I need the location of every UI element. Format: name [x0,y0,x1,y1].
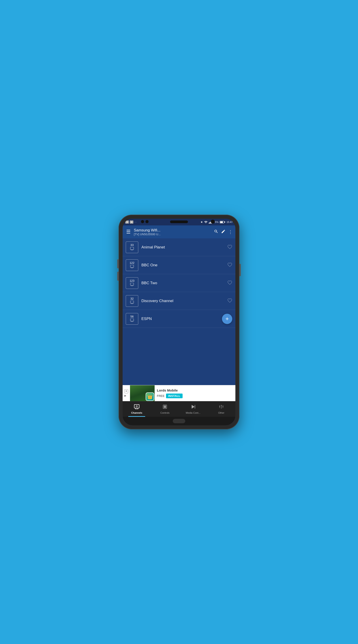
app-bar-title: Samsung Wifi... [134,228,212,232]
svg-point-9 [136,406,137,407]
channel-name-0: Animal Planet [141,245,227,250]
status-right: ★ 75% 15:47 [200,220,233,224]
tv-icon-2 [130,283,134,287]
favorite-heart-1[interactable] [227,262,232,268]
notification-icon-2: ▣ [130,220,133,224]
svg-rect-2 [130,283,134,285]
time-display: 15:47 [226,221,233,224]
tv-icon-1 [130,265,134,269]
ad-close-button[interactable]: ✕ [124,389,128,393]
nav-item-other[interactable]: Other [207,402,235,417]
app-bar-actions: ⋮ [214,229,233,235]
svg-rect-0 [130,247,134,250]
status-left: ▣ ▣ ··· [125,220,137,224]
svg-rect-10 [163,405,167,408]
ad-title: Lords Mobile [157,388,233,392]
ad-controls: ✕ ▶ [123,388,130,398]
hamburger-button[interactable]: ☰ [125,228,132,236]
channel-item-3[interactable]: 32 Discovery Channel [123,292,235,310]
channel-thumbnail-2: 123 [126,277,138,289]
channel-item-1[interactable]: 122 BBC One [123,256,235,274]
favorite-heart-0[interactable] [227,244,232,250]
edit-button[interactable] [221,229,226,235]
channel-thumbnail-0: 33 [126,242,138,253]
channels-icon [134,404,139,410]
add-channel-button[interactable]: + [222,314,232,324]
home-area [123,417,235,425]
nav-label-channels: Channels [131,412,142,414]
ad-image: 👑 [130,385,155,402]
svg-marker-15 [192,405,195,408]
favorite-heart-3[interactable] [227,298,232,304]
svg-rect-3 [130,301,134,303]
svg-rect-13 [164,407,165,408]
svg-rect-4 [130,319,134,321]
home-button[interactable] [173,419,185,423]
phone-screen-wrapper: ▣ ▣ ··· ★ 75% 1 [123,219,235,425]
channel-thumbnail-1: 122 [126,260,138,271]
tv-icon-3 [130,301,134,305]
phone-camera [211,220,215,224]
channel-number-2: 123 [130,279,135,282]
ad-cta-row: FREE INSTALL [157,394,233,398]
app-bar-subtitle: [TV] UN50J5500 U... [134,232,212,236]
vol-down-button[interactable] [117,272,119,281]
nav-label-other: Other [218,412,224,414]
nav-label-media: Media Cont... [186,412,200,414]
channel-list: 33 Animal Planet 122 [123,238,235,385]
ad-text-area: Lords Mobile FREE INSTALL [155,386,235,400]
channel-name-4: ESPN [141,317,222,321]
svg-rect-14 [165,407,166,408]
channel-number-3: 32 [130,297,134,300]
phone-outer: ▣ ▣ ··· ★ 75% 1 [119,215,239,429]
ad-play-icon: ▶ [124,394,126,397]
nav-item-media[interactable]: Media Cont... [179,402,207,417]
nav-item-controls[interactable]: Controls [151,402,179,417]
svg-rect-12 [165,406,166,406]
svg-rect-1 [130,265,134,268]
ad-banner: ✕ ▶ 👑 Lords Mobile FREE INSTALL [123,385,235,401]
svg-rect-11 [164,406,165,406]
notification-icon-1: ▣ [125,220,129,224]
vol-up-button[interactable] [117,260,119,268]
screen-content: ☰ Samsung Wifi... [TV] UN50J5500 U... ⋮ [123,226,235,425]
bluetooth-icon: ★ [200,220,203,224]
favorite-heart-2[interactable] [227,280,232,286]
media-icon [191,404,196,410]
channel-thumbnail-4: 56 [126,313,138,325]
power-button[interactable] [239,264,241,276]
battery-icon [220,221,225,224]
search-button[interactable] [214,229,218,235]
channel-name-3: Discovery Channel [141,299,227,303]
svg-rect-16 [195,405,195,408]
nav-item-channels[interactable]: Channels [123,402,151,417]
app-bar-title-group: Samsung Wifi... [TV] UN50J5500 U... [134,228,212,236]
controls-icon [162,404,167,410]
phone-dots [141,220,149,223]
more-button[interactable]: ⋮ [228,229,233,234]
bottom-nav: Channels Controls Media Cont... [123,401,235,417]
phone-speaker [170,220,188,223]
channel-number-4: 56 [130,315,134,318]
tv-icon-0 [130,247,134,251]
channel-item-0[interactable]: 33 Animal Planet [123,238,235,256]
other-icon [219,404,224,410]
nav-label-controls: Controls [160,412,170,414]
channel-number-0: 33 [130,244,134,246]
channel-number-1: 122 [130,262,135,264]
ad-free-label: FREE [157,394,165,398]
channel-name-2: BBC Two [141,281,227,285]
status-dots: ··· [134,221,137,224]
channel-thumbnail-3: 32 [126,295,138,307]
channel-item-4[interactable]: 56 ESPN + [123,310,235,328]
tv-icon-4 [130,319,134,323]
svg-rect-5 [134,404,139,408]
channel-name-1: BBC One [141,263,227,268]
app-bar: ☰ Samsung Wifi... [TV] UN50J5500 U... ⋮ [123,226,235,238]
channel-item-2[interactable]: 123 BBC Two [123,274,235,292]
ad-install-button[interactable]: INSTALL [166,394,183,398]
wifi-icon [204,220,207,224]
